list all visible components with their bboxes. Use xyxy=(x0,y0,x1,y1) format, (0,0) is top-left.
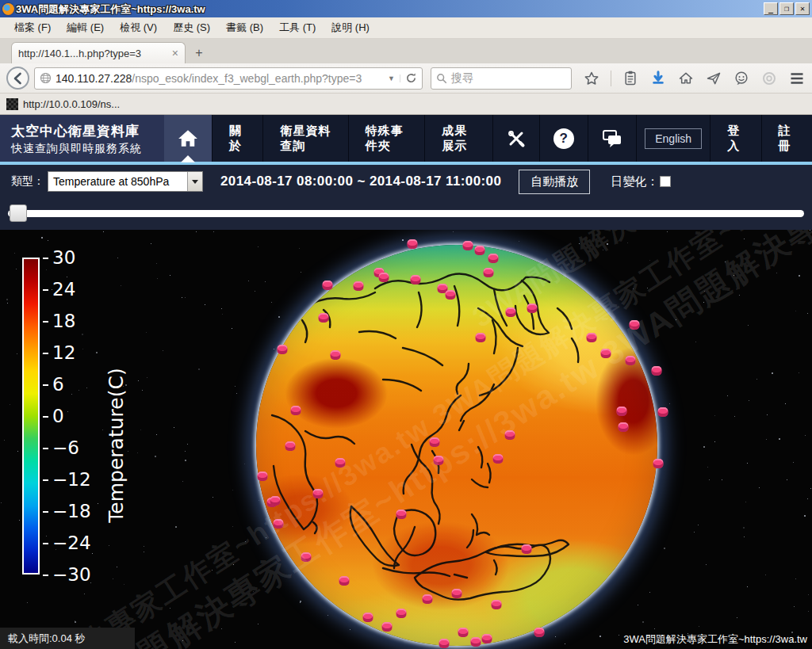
time-slider-handle[interactable] xyxy=(10,204,27,222)
type-select[interactable]: Temperature at 850hPa xyxy=(48,171,203,192)
observation-marker[interactable] xyxy=(291,406,301,415)
observation-marker[interactable] xyxy=(522,544,532,554)
nav-register[interactable]: 註冊 xyxy=(762,115,812,162)
search-icon xyxy=(436,73,447,84)
observation-marker[interactable] xyxy=(323,281,333,290)
navigation-toolbar: 140.110.27.228 /nspo_esok/index_f3_webgl… xyxy=(0,63,812,94)
observation-marker[interactable] xyxy=(313,489,324,498)
new-tab-button[interactable]: + xyxy=(187,44,211,62)
menu-help[interactable]: 說明 (H) xyxy=(324,17,377,38)
observation-marker[interactable] xyxy=(658,407,668,417)
observation-marker[interactable] xyxy=(363,613,373,622)
observation-marker[interactable] xyxy=(626,356,636,365)
observation-marker[interactable] xyxy=(274,519,284,529)
tab-close-icon[interactable]: × xyxy=(172,47,178,59)
observation-marker[interactable] xyxy=(434,456,444,465)
reload-icon[interactable] xyxy=(405,72,417,84)
observation-marker[interactable] xyxy=(630,320,640,330)
observation-marker[interactable] xyxy=(534,628,545,637)
observation-marker[interactable] xyxy=(430,437,440,447)
observation-marker[interactable] xyxy=(411,275,421,284)
tab-active[interactable]: http://140.1...h.php?type=3 × xyxy=(11,42,186,63)
observation-marker[interactable] xyxy=(278,345,288,354)
observation-marker[interactable] xyxy=(285,441,296,451)
minimize-button[interactable]: _ xyxy=(764,2,778,15)
observation-marker[interactable] xyxy=(379,273,389,282)
observation-marker[interactable] xyxy=(396,510,407,519)
nav-home-button[interactable] xyxy=(164,115,213,162)
observation-marker[interactable] xyxy=(446,290,456,300)
downloads-icon[interactable] xyxy=(649,70,667,87)
observation-marker[interactable] xyxy=(463,241,473,250)
observation-marker[interactable] xyxy=(471,637,481,647)
bookmark-item[interactable]: http://10.0.0.109/ns... xyxy=(23,98,120,110)
observation-marker[interactable] xyxy=(319,313,329,323)
observation-marker[interactable] xyxy=(452,589,462,598)
menu-tools[interactable]: 工具 (T) xyxy=(271,17,324,38)
daily-variation-checkbox[interactable] xyxy=(660,176,671,187)
observation-marker[interactable] xyxy=(527,304,538,313)
nav-help-button[interactable]: ? xyxy=(540,115,588,162)
observation-marker[interactable] xyxy=(482,634,492,643)
observation-marker[interactable] xyxy=(335,458,346,468)
nav-satellite-data-query[interactable]: 衛星資料查詢 xyxy=(263,115,348,162)
observation-marker[interactable] xyxy=(653,459,664,468)
autoplay-button[interactable]: 自動播放 xyxy=(519,170,590,194)
observation-marker[interactable] xyxy=(505,430,515,440)
hello-chat-icon[interactable] xyxy=(733,70,750,87)
observation-marker[interactable] xyxy=(396,609,407,618)
nav-results-showcase[interactable]: 成果展示 xyxy=(425,115,493,162)
search-box[interactable]: 搜尋 xyxy=(431,67,572,90)
url-dropdown-icon[interactable]: ▼ xyxy=(383,74,400,82)
nav-about[interactable]: 關於 xyxy=(213,115,263,162)
menu-history[interactable]: 歷史 (S) xyxy=(165,17,218,38)
webgl-canvas[interactable]: 3024181260−6−12−18−24−30 Temperature(C) xyxy=(0,230,812,649)
share-plane-icon[interactable] xyxy=(705,70,722,87)
observation-marker[interactable] xyxy=(652,366,662,376)
observation-marker[interactable] xyxy=(617,407,627,416)
time-slider-track[interactable] xyxy=(8,210,804,217)
home-icon[interactable] xyxy=(677,70,695,87)
time-slider-row xyxy=(0,198,812,230)
hamburger-menu-icon[interactable] xyxy=(788,70,806,87)
observation-marker[interactable] xyxy=(506,307,516,317)
observation-marker[interactable] xyxy=(488,254,499,263)
nav-tools-button[interactable] xyxy=(493,115,540,162)
close-button[interactable]: ✕ xyxy=(795,2,810,15)
language-toggle-button[interactable]: English xyxy=(645,128,702,149)
observation-marker[interactable] xyxy=(492,600,502,609)
url-bar[interactable]: 140.110.27.228 /nspo_esok/index_f3_webgl… xyxy=(34,67,423,90)
nav-feedback-button[interactable] xyxy=(588,115,637,162)
observation-marker[interactable] xyxy=(354,281,364,291)
sync-circle-icon[interactable] xyxy=(760,70,778,87)
observation-marker[interactable] xyxy=(601,349,611,358)
back-button[interactable] xyxy=(6,67,29,90)
bookmarks-menu-icon[interactable] xyxy=(622,70,639,87)
select-dropdown-icon[interactable] xyxy=(187,172,202,191)
nav-special-event-folder[interactable]: 特殊事件夾 xyxy=(349,115,426,162)
site-logo[interactable]: 太空中心衛星資料庫 快速查詢與即時服務系統 xyxy=(0,115,164,162)
observation-marker[interactable] xyxy=(587,333,597,342)
observation-marker[interactable] xyxy=(439,639,450,648)
observation-marker[interactable] xyxy=(331,350,341,360)
observation-marker[interactable] xyxy=(301,552,312,562)
nav-login[interactable]: 登入 xyxy=(710,115,761,162)
observation-marker[interactable] xyxy=(475,246,485,255)
menu-view[interactable]: 檢視 (V) xyxy=(112,17,165,38)
observation-marker[interactable] xyxy=(408,239,418,249)
observation-marker[interactable] xyxy=(258,471,268,481)
menu-file[interactable]: 檔案 (F) xyxy=(6,17,59,38)
menu-edit[interactable]: 編輯 (E) xyxy=(59,17,112,38)
observation-marker[interactable] xyxy=(458,628,469,637)
menu-bookmarks[interactable]: 書籤 (B) xyxy=(218,17,271,38)
bookmark-star-icon[interactable] xyxy=(583,70,600,87)
observation-marker[interactable] xyxy=(423,594,433,604)
observation-marker[interactable] xyxy=(493,454,504,464)
restore-button[interactable]: ❐ xyxy=(779,2,794,15)
observation-marker[interactable] xyxy=(619,422,629,432)
observation-marker[interactable] xyxy=(339,576,350,586)
observation-marker[interactable] xyxy=(270,496,281,506)
observation-marker[interactable] xyxy=(484,268,494,277)
observation-marker[interactable] xyxy=(382,622,393,632)
observation-marker[interactable] xyxy=(476,333,486,342)
